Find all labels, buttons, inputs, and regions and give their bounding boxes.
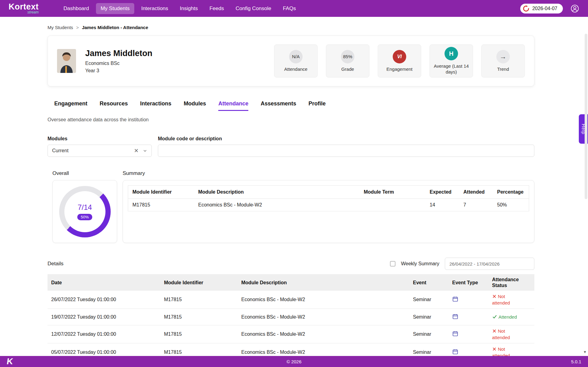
- stat-card-trend: → Trend: [481, 44, 525, 78]
- module-search-filter: Module code or description: [158, 136, 534, 157]
- details-header: Details Weekly Summary: [48, 258, 534, 270]
- student-avatar: [57, 49, 76, 73]
- modules-select-value: Current: [52, 148, 68, 153]
- calendar-icon: [452, 331, 458, 337]
- overall-block: Overall 7/14 50%: [52, 170, 117, 243]
- event-name: Seminar: [409, 325, 449, 343]
- kortext-logo: Kortext stream: [9, 3, 39, 14]
- details-controls: Weekly Summary: [390, 258, 534, 270]
- nav-item-dashboard[interactable]: Dashboard: [59, 3, 94, 14]
- engagement-logo-icon: VI: [393, 50, 406, 63]
- page: Kortext stream Dashboard My Students Int…: [0, 0, 588, 367]
- summary-cell-module-term: [360, 199, 426, 211]
- student-year: Year 3: [85, 68, 152, 74]
- tab-engagement[interactable]: Engagement: [54, 100, 87, 111]
- user-account-icon: [571, 4, 579, 13]
- details-col-module-identifier: Module Identifier: [160, 274, 238, 291]
- details-col-event: Event: [409, 274, 449, 291]
- stat-label: Engagement: [386, 66, 412, 72]
- student-tabs: Engagement Resources Interactions Module…: [54, 100, 588, 111]
- main-nav: Dashboard My Students Interactions Insig…: [59, 3, 300, 14]
- attendance-status: Not attended: [492, 328, 523, 341]
- breadcrumb-separator-icon: >: [76, 25, 79, 30]
- summary-table: Module Identifier Module Description Mod…: [128, 185, 529, 211]
- breadcrumb-my-students[interactable]: My Students: [48, 25, 73, 30]
- nav-item-interactions[interactable]: Interactions: [137, 3, 173, 14]
- filters: Modules Current ✕ Module code or descrip…: [48, 136, 534, 157]
- attended-icon-label: Attended: [498, 314, 517, 320]
- summary-cell-module-identifier: M17815: [128, 199, 194, 211]
- student-summary-card: James Middleton Economics BSc Year 3 N/A…: [48, 36, 534, 86]
- event-date: 19/07/2022 Tuesday 01:00:00: [48, 309, 160, 325]
- tab-attendance[interactable]: Attendance: [218, 100, 248, 111]
- calendar-icon: [452, 313, 458, 320]
- nav-item-feeds[interactable]: Feeds: [205, 3, 228, 14]
- attendance-status: Not attended: [492, 293, 523, 306]
- details-col-event-type: Event Type: [449, 274, 488, 291]
- session-date-pill[interactable]: 2026-04-07: [520, 4, 563, 13]
- tab-assessments[interactable]: Assessments: [261, 100, 296, 111]
- details-col-attendance-status: Attendance Status: [488, 274, 534, 291]
- overview-section: Overall 7/14 50% Summary Module Identifi…: [48, 170, 534, 243]
- modules-select-icons: ✕: [134, 147, 147, 154]
- grade-value-badge: 85%: [341, 50, 354, 63]
- scrollbar-thumb[interactable]: [585, 34, 587, 199]
- nav-item-insights[interactable]: Insights: [175, 3, 203, 14]
- donut-center: 7/14 50%: [64, 191, 105, 232]
- summary-cell-percentage: 50%: [493, 199, 529, 211]
- details-table: Date Module Identifier Module Descriptio…: [48, 274, 534, 361]
- stat-label: Average (Last 14 days): [431, 63, 472, 75]
- details-row: 12/07/2022 Tuesday 01:00:00 M17815 Econo…: [48, 325, 534, 343]
- attendance-fraction: 7/14: [78, 203, 92, 212]
- summary-col-percentage: Percentage: [493, 186, 529, 199]
- event-module-description: Economics BSc - Module-W2: [238, 309, 409, 325]
- stat-card-engagement: VI Engagement: [378, 44, 421, 78]
- event-module-identifier: M17815: [160, 309, 238, 325]
- tab-modules[interactable]: Modules: [184, 100, 206, 111]
- summary-block: Summary Module Identifier Module Descrip…: [123, 170, 534, 243]
- footer-copyright: © 2026: [287, 359, 302, 364]
- footer-version: 5.0.1: [571, 359, 581, 364]
- student-name: James Middleton: [85, 49, 152, 58]
- session-timer-icon: [523, 5, 529, 12]
- clear-selection-icon[interactable]: ✕: [134, 147, 139, 154]
- nav-item-my-students[interactable]: My Students: [96, 3, 134, 14]
- breadcrumb: My Students > James Middleton - Attendan…: [48, 25, 588, 30]
- details-col-module-description: Module Description: [238, 274, 409, 291]
- summary-col-module-term: Module Term: [360, 186, 426, 199]
- module-search-label: Module code or description: [158, 136, 534, 142]
- weekly-summary-checkbox[interactable]: [390, 261, 395, 267]
- tab-resources[interactable]: Resources: [100, 100, 128, 111]
- navbar-right: 2026-04-07: [520, 4, 579, 13]
- module-search-input[interactable]: [158, 145, 534, 157]
- breadcrumb-current: James Middleton - Attendance: [82, 25, 148, 30]
- account-button[interactable]: [570, 4, 579, 13]
- tab-profile[interactable]: Profile: [308, 100, 326, 111]
- scroll-down-arrow-icon[interactable]: ▼: [583, 350, 587, 354]
- overall-card: 7/14 50%: [52, 180, 117, 243]
- nav-item-config-console[interactable]: Config Console: [231, 3, 276, 14]
- event-name: Seminar: [409, 291, 449, 309]
- summary-col-expected: Expected: [426, 186, 459, 199]
- details-row: 26/07/2022 Tuesday 01:00:00 M17815 Econo…: [48, 291, 534, 309]
- attendance-status: Attended: [492, 314, 523, 320]
- summary-col-attended: Attended: [459, 186, 493, 199]
- calendar-icon: [452, 349, 458, 355]
- page-subtitle: Oversee attendance data across the insti…: [48, 117, 588, 123]
- details-header-row: Date Module Identifier Module Descriptio…: [48, 274, 534, 291]
- summary-header-row: Module Identifier Module Description Mod…: [128, 186, 529, 199]
- weekly-summary-label: Weekly Summary: [401, 261, 439, 267]
- event-date: 26/07/2022 Tuesday 01:00:00: [48, 291, 160, 309]
- date-range-input[interactable]: [445, 258, 534, 270]
- nav-item-faqs[interactable]: FAQs: [278, 3, 301, 14]
- tab-interactions[interactable]: Interactions: [140, 100, 171, 111]
- student-stats: N/A Attendance 85% Grade VI Engagement H…: [274, 44, 525, 78]
- average-logo-icon: H: [445, 47, 458, 60]
- footer-k-logo: K: [6, 357, 14, 366]
- summary-card: Module Identifier Module Description Mod…: [123, 180, 534, 243]
- stat-label: Trend: [497, 66, 509, 72]
- chevron-down-icon[interactable]: [143, 149, 147, 153]
- modules-select[interactable]: Current ✕: [48, 145, 152, 157]
- trend-arrow-icon: →: [496, 50, 510, 63]
- summary-col-module-description: Module Description: [194, 186, 360, 199]
